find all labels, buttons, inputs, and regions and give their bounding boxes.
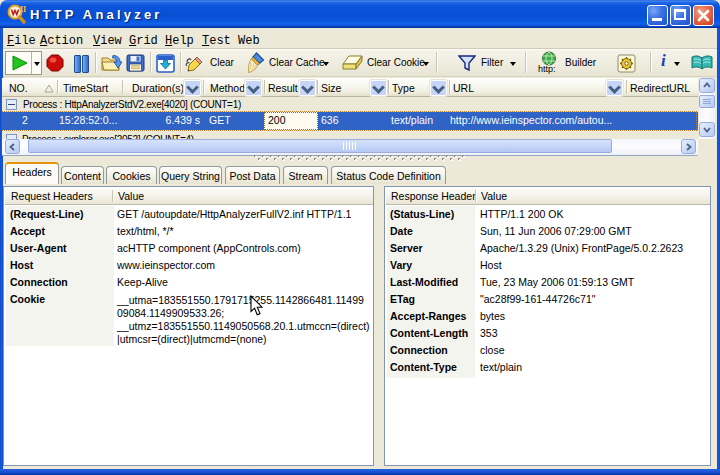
svg-text:II: II	[20, 5, 26, 14]
